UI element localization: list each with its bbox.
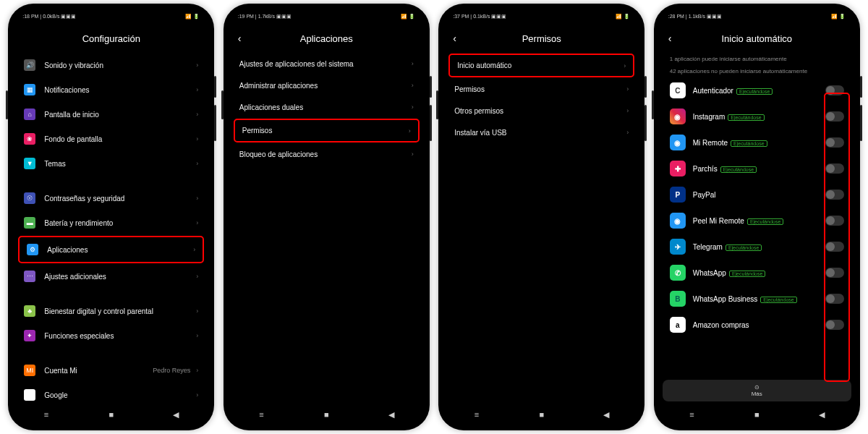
home-button[interactable]: ■ bbox=[105, 410, 118, 419]
settings-row[interactable]: ⌂Pantalla de inicio› bbox=[17, 102, 205, 127]
content-area[interactable]: Inicio automático›Permisos›Otros permiso… bbox=[444, 53, 639, 404]
row-label: Pantalla de inicio bbox=[44, 111, 196, 119]
app-row[interactable]: ◉Peel Mi RemoteEjecutándose bbox=[663, 208, 851, 234]
app-row[interactable]: PPayPal bbox=[663, 182, 851, 208]
row-icon: ▬ bbox=[24, 217, 35, 229]
row-subtext: Pedro Reyes bbox=[153, 367, 190, 374]
settings-row[interactable]: MICuenta MiPedro Reyes› bbox=[17, 358, 205, 383]
back-button[interactable]: ‹ bbox=[238, 33, 242, 44]
status-left: :28 PM | 1.1kB/s ▣▣▣ bbox=[668, 14, 722, 20]
home-button[interactable]: ■ bbox=[535, 410, 548, 419]
back-button[interactable]: ‹ bbox=[453, 33, 456, 44]
chevron-right-icon: › bbox=[412, 60, 414, 67]
app-row[interactable]: aAmazon compras bbox=[663, 312, 851, 338]
row-label: Contraseñas y seguridad bbox=[44, 195, 196, 203]
autostart-toggle[interactable] bbox=[825, 320, 844, 330]
settings-row[interactable]: ☉Contraseñas y seguridad› bbox=[17, 186, 205, 210]
recent-button[interactable]: ≡ bbox=[470, 410, 483, 419]
recent-button[interactable]: ≡ bbox=[40, 410, 53, 419]
back-nav-button[interactable]: ◀ bbox=[385, 410, 398, 420]
row-icon: ☉ bbox=[24, 192, 35, 204]
app-row[interactable]: ◉InstagramEjecutándose bbox=[663, 103, 851, 129]
settings-row[interactable]: ▦Notificaciones› bbox=[17, 77, 205, 102]
back-button[interactable]: ‹ bbox=[668, 33, 672, 44]
page-title: Inicio automático bbox=[721, 33, 792, 44]
settings-row[interactable]: Administrar aplicaciones› bbox=[232, 75, 421, 96]
recent-button[interactable]: ≡ bbox=[255, 410, 268, 419]
settings-row[interactable]: ❀Fondo de pantalla› bbox=[17, 127, 205, 151]
chevron-right-icon: › bbox=[626, 85, 629, 93]
app-icon: ◉ bbox=[670, 109, 686, 124]
settings-row[interactable]: 🔊Sonido y vibración› bbox=[17, 53, 205, 77]
content-area[interactable]: 1 aplicación puede iniciarse automáticam… bbox=[660, 53, 854, 377]
app-row[interactable]: BWhatsApp BusinessEjecutándose bbox=[663, 286, 851, 312]
app-row[interactable]: CAutenticadorEjecutándose bbox=[663, 77, 851, 103]
recent-button[interactable]: ≡ bbox=[686, 410, 699, 419]
app-icon: ✈ bbox=[670, 239, 686, 255]
running-badge: Ejecutándose bbox=[729, 271, 765, 277]
settings-row[interactable]: ✦Funciones especiales› bbox=[17, 323, 205, 348]
settings-row[interactable]: Otros permisos› bbox=[447, 100, 636, 122]
chevron-right-icon: › bbox=[412, 150, 414, 158]
settings-row[interactable]: ⚙Aplicaciones› bbox=[18, 236, 204, 263]
chevron-right-icon: › bbox=[196, 367, 198, 374]
settings-row[interactable]: Permisos› bbox=[234, 119, 420, 142]
autostart-toggle[interactable] bbox=[825, 137, 844, 148]
autostart-toggle[interactable] bbox=[825, 268, 844, 278]
settings-row[interactable]: ▬Batería y rendimiento› bbox=[17, 210, 205, 235]
content-area[interactable]: Ajustes de aplicaciones del sistema›Admi… bbox=[229, 53, 424, 404]
phone-3: :37 PM | 0.1kB/s ▣▣▣📶 🔋‹PermisosInicio a… bbox=[438, 4, 644, 430]
home-button[interactable]: ■ bbox=[320, 410, 333, 419]
chevron-right-icon: › bbox=[626, 107, 629, 114]
row-icon: ❀ bbox=[24, 133, 35, 145]
page-header: ‹Permisos bbox=[444, 24, 639, 53]
app-icon: C bbox=[670, 82, 686, 98]
chevron-right-icon: › bbox=[196, 219, 198, 226]
autostart-toggle[interactable] bbox=[825, 85, 844, 95]
row-label: Bienestar digital y control parental bbox=[44, 307, 196, 315]
section-subtitle: 1 aplicación puede iniciarse automáticam… bbox=[663, 53, 851, 65]
autostart-toggle[interactable] bbox=[825, 111, 844, 122]
autostart-toggle[interactable] bbox=[825, 216, 844, 226]
settings-row[interactable]: Ajustes de aplicaciones del sistema› bbox=[232, 53, 421, 75]
row-label: Notificaciones bbox=[44, 86, 196, 94]
app-name: Amazon compras bbox=[693, 321, 825, 329]
app-row[interactable]: ✚ParchísEjecutándose bbox=[663, 156, 851, 182]
back-nav-button[interactable]: ◀ bbox=[169, 410, 182, 420]
settings-row[interactable]: Inicio automático› bbox=[448, 54, 634, 77]
row-label: Fondo de pantalla bbox=[44, 135, 196, 143]
row-icon: ⋯ bbox=[24, 271, 35, 282]
row-icon: ▦ bbox=[24, 84, 35, 95]
page-title: Aplicaciones bbox=[300, 33, 353, 44]
app-row[interactable]: ✈TelegramEjecutándose bbox=[663, 234, 851, 260]
app-name: WhatsAppEjecutándose bbox=[693, 269, 825, 277]
settings-row[interactable]: GGoogle› bbox=[17, 383, 205, 404]
app-row[interactable]: ✆WhatsAppEjecutándose bbox=[663, 260, 851, 286]
settings-row[interactable]: Aplicaciones duales› bbox=[232, 96, 421, 118]
chevron-right-icon: › bbox=[196, 160, 198, 167]
row-icon: ♣ bbox=[24, 305, 35, 317]
settings-row[interactable]: ▼Temas› bbox=[17, 151, 205, 176]
chevron-right-icon: › bbox=[626, 129, 629, 136]
chevron-right-icon: › bbox=[196, 195, 198, 202]
autostart-toggle[interactable] bbox=[825, 294, 844, 304]
settings-row[interactable]: Instalar vía USB› bbox=[447, 122, 636, 143]
autostart-toggle[interactable] bbox=[825, 242, 844, 252]
autostart-toggle[interactable] bbox=[825, 190, 844, 200]
autostart-toggle[interactable] bbox=[825, 163, 844, 174]
nav-bar: ≡■◀ bbox=[229, 404, 424, 425]
back-nav-button[interactable]: ◀ bbox=[600, 410, 613, 420]
settings-row[interactable]: ♣Bienestar digital y control parental› bbox=[17, 299, 205, 323]
settings-row[interactable]: Permisos› bbox=[447, 78, 636, 100]
more-button[interactable]: ⊙Más bbox=[663, 380, 851, 401]
app-row[interactable]: ◉Mi RemoteEjecutándose bbox=[663, 129, 851, 156]
back-nav-button[interactable]: ◀ bbox=[815, 410, 828, 420]
app-icon: ◉ bbox=[670, 213, 686, 229]
settings-row[interactable]: ⋯Ajustes adicionales› bbox=[17, 264, 205, 289]
content-area[interactable]: 🔊Sonido y vibración›▦Notificaciones›⌂Pan… bbox=[14, 53, 208, 404]
home-button[interactable]: ■ bbox=[750, 410, 763, 419]
nav-bar: ≡■◀ bbox=[660, 404, 854, 425]
settings-row[interactable]: Bloqueo de aplicaciones› bbox=[232, 143, 421, 165]
row-icon: MI bbox=[24, 365, 35, 376]
app-icon: B bbox=[670, 291, 686, 307]
